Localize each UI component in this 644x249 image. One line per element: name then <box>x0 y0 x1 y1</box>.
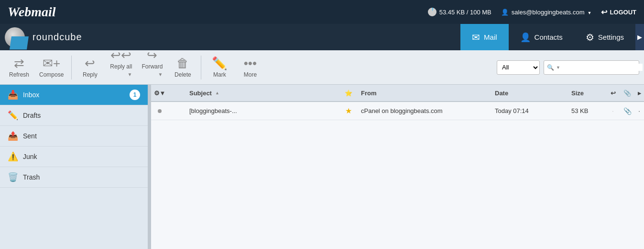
unread-indicator <box>158 109 162 113</box>
more-icon: ••• <box>244 57 257 69</box>
nav-bar: roundcube Mail Contacts Settings ▶ <box>0 24 644 50</box>
row-checkbox[interactable] <box>151 109 168 113</box>
size-text: 53 KB <box>571 107 588 114</box>
row-from[interactable]: cPanel on bloggingbeats.com <box>357 107 491 114</box>
delete-button[interactable]: 🗑 Delete <box>168 54 197 81</box>
header-subject-col[interactable]: Subject ▲ <box>186 90 340 97</box>
sent-icon: 📤 <box>8 131 18 141</box>
forward-button[interactable]: ↪ Forward ▼ <box>138 46 166 89</box>
sidebar-item-trash[interactable]: 🗑️ Trash <box>0 167 148 188</box>
more-label: More <box>244 71 257 78</box>
drafts-icon: ✏️ <box>8 110 18 121</box>
nav-settings-button[interactable]: Settings <box>574 24 635 50</box>
toolbar: ⇄ Refresh ✉+ Compose ↩ Reply ↩↩ Reply al… <box>0 50 644 85</box>
header-actions-icon[interactable]: ⚙▼ <box>154 90 166 97</box>
toolbar-divider-2 <box>201 56 201 79</box>
refresh-button[interactable]: ⇄ Refresh <box>5 54 33 81</box>
toolbar-divider-1 <box>71 56 72 79</box>
contacts-nav-icon <box>520 32 531 43</box>
sidebar-item-drafts[interactable]: ✏️ Drafts <box>0 105 148 126</box>
row-attachment-icon: 📎 <box>620 107 634 115</box>
search-icon <box>547 64 554 71</box>
forward-icon: ↪ <box>147 49 157 61</box>
reply-all-button[interactable]: ↩↩ Reply all ▼ <box>106 46 136 89</box>
search-box: ▼ ✕ <box>544 60 639 75</box>
delete-icon: 🗑 <box>176 57 189 69</box>
sidebar: 📥 Inbox 1 ✏️ Drafts 📤 Sent ⚠️ Junk 🗑️ Tr… <box>0 85 148 249</box>
trash-label: Trash <box>23 173 40 181</box>
header-attach-col: 📎 <box>620 90 634 97</box>
header-date-col[interactable]: Date <box>491 90 568 97</box>
reply-indicator: · <box>612 108 613 114</box>
row-star[interactable]: ★ <box>340 106 357 115</box>
user-email: sales@bloggingbeats.com <box>512 9 585 16</box>
size-col-label: Size <box>571 90 584 97</box>
refresh-label: Refresh <box>9 71 29 78</box>
user-dropdown-icon <box>587 9 591 16</box>
app-title: Webmail <box>8 4 56 20</box>
header-checkbox-col[interactable]: ⚙▼ <box>151 90 168 97</box>
contacts-nav-label: Contacts <box>535 33 563 41</box>
user-info[interactable]: sales@bloggingbeats.com <box>501 9 592 16</box>
sidebar-item-inbox[interactable]: 📥 Inbox 1 <box>0 85 148 105</box>
header-size-col[interactable]: Size <box>568 90 606 97</box>
row-reply-icon: · <box>606 108 620 114</box>
user-icon <box>501 9 509 16</box>
reply-button[interactable]: ↩ Reply <box>76 54 104 81</box>
reply-all-icon: ↩↩ <box>110 49 131 61</box>
sent-label: Sent <box>23 132 37 140</box>
date-col-label: Date <box>495 90 508 97</box>
compose-button[interactable]: ✉+ Compose <box>35 54 67 81</box>
logout-button[interactable]: LOGOUT <box>601 8 636 17</box>
delete-label: Delete <box>175 71 191 78</box>
sidebar-item-junk[interactable]: ⚠️ Junk <box>0 147 148 167</box>
settings-nav-icon <box>586 32 594 43</box>
brand-name: roundcube <box>33 32 82 43</box>
inbox-label: Inbox <box>23 91 39 99</box>
mark-button[interactable]: ✏️ Mark <box>205 54 234 81</box>
mark-icon: ✏️ <box>212 57 227 69</box>
sidebar-item-sent[interactable]: 📤 Sent <box>0 126 148 147</box>
header-from-col[interactable]: From <box>357 90 491 97</box>
email-list-header: ⚙▼ Subject ▲ ⭐ From Date Size ↩ 📎 ▸ <box>151 85 644 102</box>
mail-nav-icon <box>472 32 480 43</box>
top-header: Webmail 53.45 KB / 100 MB sales@blogging… <box>0 0 644 24</box>
row-size: 53 KB <box>568 107 606 114</box>
more-button[interactable]: ••• More <box>236 54 264 81</box>
forward-dropdown-icon: ▼ <box>158 72 163 77</box>
email-row[interactable]: [bloggingbeats-... ★ cPanel on bloggingb… <box>151 102 644 120</box>
row-date: Today 07:14 <box>491 107 568 114</box>
toolbar-right: All Unread Flagged ▼ ✕ <box>497 60 639 75</box>
storage-icon <box>428 8 437 16</box>
email-list: ⚙▼ Subject ▲ ⭐ From Date Size ↩ 📎 ▸ <box>151 85 644 249</box>
brand-cube <box>10 36 29 50</box>
storage-label: 53.45 KB / 100 MB <box>439 9 491 16</box>
row-subject[interactable]: [bloggingbeats-... <box>186 107 340 114</box>
filter-dropdown[interactable]: All Unread Flagged <box>497 60 540 75</box>
nav-right: Mail Contacts Settings ▶ <box>460 24 644 50</box>
nav-mail-button[interactable]: Mail <box>460 24 509 50</box>
search-input[interactable] <box>562 64 643 71</box>
main-content: 📥 Inbox 1 ✏️ Drafts 📤 Sent ⚠️ Junk 🗑️ Tr… <box>0 85 644 249</box>
date-text: Today 07:14 <box>495 107 529 114</box>
subject-sort-icon: ▲ <box>215 91 219 95</box>
star-icon[interactable]: ★ <box>345 106 352 115</box>
header-reply-col: ↩ <box>606 90 620 97</box>
compose-icon: ✉+ <box>43 57 60 69</box>
trash-icon: 🗑️ <box>8 172 18 182</box>
reply-all-dropdown-icon: ▼ <box>127 72 132 77</box>
brand-logo <box>5 27 29 47</box>
reply-icon: ↩ <box>85 57 95 69</box>
drafts-label: Drafts <box>23 112 41 119</box>
storage-info: 53.45 KB / 100 MB <box>428 8 491 16</box>
forward-label: Forward <box>142 63 163 70</box>
brand-ball <box>5 27 25 47</box>
search-dropdown-icon[interactable]: ▼ <box>556 65 560 70</box>
nav-contacts-button[interactable]: Contacts <box>509 24 574 50</box>
logout-label: LOGOUT <box>610 9 636 16</box>
refresh-icon: ⇄ <box>14 57 24 69</box>
reply-all-label: Reply all <box>110 63 132 70</box>
from-text: cPanel on bloggingbeats.com <box>361 107 443 114</box>
inbox-icon: 📥 <box>8 90 18 100</box>
nav-scroll-button[interactable]: ▶ <box>635 24 644 50</box>
